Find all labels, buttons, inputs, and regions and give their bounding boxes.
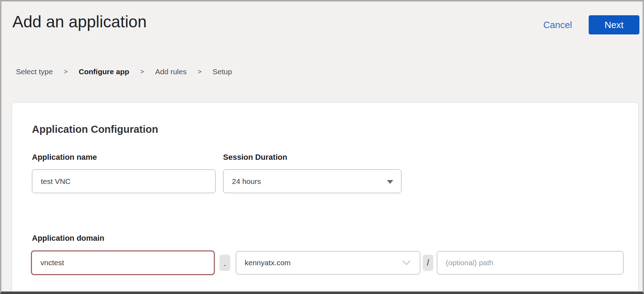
domain-slash-separator: / xyxy=(423,255,433,271)
domain-dot-separator: . xyxy=(220,255,230,271)
cancel-button[interactable]: Cancel xyxy=(543,20,572,31)
caret-down-icon xyxy=(387,180,393,184)
domain-select[interactable]: kennyatx.com xyxy=(236,251,420,274)
session-duration-select[interactable]: 24 hours xyxy=(223,169,401,193)
application-domain-label: Application domain xyxy=(32,234,104,243)
application-name-label: Application name xyxy=(32,153,97,162)
breadcrumb-step-add-rules[interactable]: Add rules xyxy=(155,67,187,76)
application-name-input[interactable] xyxy=(32,169,216,193)
path-input[interactable] xyxy=(437,251,623,274)
section-title: Application Configuration xyxy=(32,124,158,135)
page-title: Add an application xyxy=(12,12,147,31)
next-button[interactable]: Next xyxy=(589,15,639,34)
header-actions: Cancel Next xyxy=(543,15,639,34)
domain-select-value: kennyatx.com xyxy=(245,258,291,267)
breadcrumb-step-configure-app[interactable]: Configure app xyxy=(79,67,129,76)
breadcrumb-separator: > xyxy=(198,68,201,76)
breadcrumb-separator: > xyxy=(140,68,144,76)
breadcrumb-step-select-type[interactable]: Select type xyxy=(16,67,53,76)
breadcrumb: Select type > Configure app > Add rules … xyxy=(16,67,232,76)
session-duration-label: Session Duration xyxy=(223,153,287,162)
breadcrumb-separator: > xyxy=(64,68,68,76)
breadcrumb-step-setup[interactable]: Setup xyxy=(212,67,232,76)
subdomain-input[interactable] xyxy=(31,251,215,275)
page-background: Add an application Cancel Next Select ty… xyxy=(0,0,644,294)
chevron-down-icon xyxy=(402,258,411,267)
session-duration-value: 24 hours xyxy=(232,177,261,186)
